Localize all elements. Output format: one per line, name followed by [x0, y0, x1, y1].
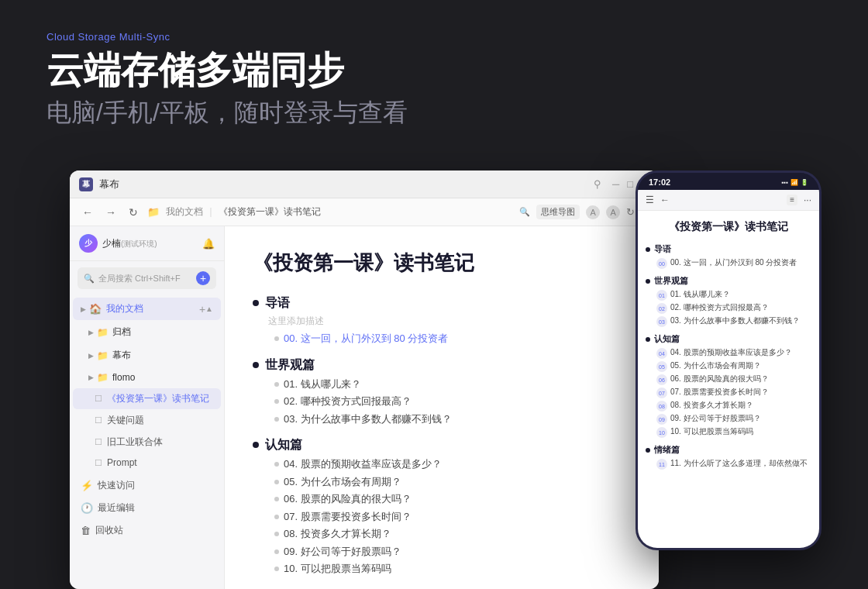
- search-placeholder-text: 全局搜索 Ctrl+Shift+F: [98, 273, 192, 284]
- phone-item-text: 11. 为什么听了这么多道理，却依然做不: [670, 458, 808, 469]
- phone-item-text: 06. 股票的风险真的很大吗？: [670, 374, 769, 384]
- doc-icon: ☐: [95, 415, 102, 425]
- sidebar-item-prompt[interactable]: ☐ Prompt: [73, 453, 221, 472]
- phone-item-text: 01. 钱从哪儿来？: [670, 289, 730, 300]
- phone-sub-icon: 07: [656, 388, 667, 398]
- minimize-button[interactable]: ─: [612, 178, 619, 190]
- quick-access-label: 快速访问: [98, 479, 135, 492]
- phone-nav-right: ≡ ···: [787, 195, 811, 205]
- phone-list-item: 10 10. 可以把股票当筹码吗: [656, 426, 811, 438]
- phone-time: 17:02: [649, 177, 670, 187]
- phone-back-icon[interactable]: ←: [660, 195, 670, 205]
- sub-bullet-icon: [274, 417, 279, 422]
- recent-icon: 🕐: [81, 502, 93, 514]
- list-item: 10. 可以把股票当筹码吗: [268, 561, 631, 577]
- phone-section-label: 认知篇: [654, 333, 680, 345]
- list-item: 02. 哪种投资方式回报最高？: [268, 394, 631, 409]
- arrow-icon: ▶: [88, 374, 94, 381]
- section-label: 认知篇: [265, 437, 302, 453]
- phone-item-text: 04. 股票的预期收益率应该是多少？: [670, 347, 792, 358]
- phone-section-label: 导语: [654, 243, 671, 255]
- list-item: 03. 为什么故事中多数人都赚不到钱？: [268, 412, 631, 427]
- sub-bullet-icon: [274, 336, 279, 341]
- collapse-icon[interactable]: ▲: [205, 305, 213, 313]
- breadcrumb: 我的文档 ｜ 《投资第一课》读书笔记: [166, 205, 321, 219]
- list-item: 08. 投资多久才算长期？: [268, 526, 631, 542]
- add-doc-icon[interactable]: +: [199, 303, 205, 315]
- path-mydocs[interactable]: 我的文档: [166, 205, 203, 219]
- sidebar-item-industrial[interactable]: ☐ 旧工业联合体: [73, 432, 221, 453]
- mindmap-btn[interactable]: 思维导图: [536, 205, 580, 219]
- phone-list-item: 09 09. 好公司等于好股票吗？: [656, 413, 811, 425]
- refresh-button[interactable]: ↻: [126, 205, 141, 220]
- list-item: 06. 股票的风险真的很大吗？: [268, 491, 631, 507]
- item-text: 00. 这一回，从门外汉到 80 分投资者: [284, 331, 448, 346]
- section-items: 00. 这一回，从门外汉到 80 分投资者: [268, 331, 631, 346]
- sub-bullet-icon: [274, 399, 279, 404]
- phone-sub-icon: 03: [656, 316, 667, 327]
- phone-mindmap-icon[interactable]: ≡: [787, 195, 797, 205]
- share-user-icon[interactable]: A: [586, 205, 600, 219]
- quick-access-icon: ⚡: [81, 480, 93, 491]
- doc-section-worldview: 世界观篇 01. 钱从哪儿来？ 02. 哪种投资方式回报最高？ 03. 为什么故…: [253, 357, 631, 427]
- app-title: 幕布: [99, 177, 594, 191]
- pin-icon[interactable]: ⚲: [594, 178, 601, 190]
- phone-bullet-icon: [646, 448, 650, 453]
- phone-list-item: 03 03. 为什么故事中多数人都赚不到钱？: [656, 315, 811, 327]
- back-button[interactable]: ←: [79, 205, 96, 220]
- list-item: 05. 为什么市场会有周期？: [268, 474, 631, 490]
- arrow-icon: ▶: [81, 305, 86, 313]
- phone-sub-icon: 11: [656, 459, 667, 470]
- phone-section-header: 世界观篇: [646, 275, 811, 287]
- sync-icon[interactable]: ↻: [626, 206, 635, 218]
- phone-sub-icon: 00: [656, 258, 667, 269]
- add-description-hint[interactable]: 这里添加描述: [268, 315, 631, 328]
- notification-bell-icon[interactable]: 🔔: [202, 238, 215, 250]
- share-user-icon2[interactable]: A: [606, 205, 620, 219]
- item-label: 《投资第一课》读书笔记: [107, 392, 209, 405]
- sidebar-item-mydocs[interactable]: ▶ 🏠 我的文档 + ▲: [73, 298, 221, 320]
- forward-button[interactable]: →: [102, 205, 119, 220]
- sidebar-item-key-questions[interactable]: ☐ 关键问题: [73, 410, 221, 431]
- mydocs-label: 我的文档: [106, 302, 199, 315]
- item-text: 04. 股票的预期收益率应该是多少？: [284, 456, 442, 472]
- phone-sub-icon: 09: [656, 414, 667, 425]
- phone-statusbar: 17:02 ▪▪▪ 📶 🔋: [638, 173, 819, 190]
- list-item: 07. 股票需要投资多长时间？: [268, 509, 631, 525]
- add-button[interactable]: +: [196, 271, 210, 285]
- phone-status-icons: ▪▪▪ 📶 🔋: [781, 179, 808, 186]
- maximize-button[interactable]: □: [627, 178, 633, 190]
- doc-icon: ☐: [95, 437, 102, 447]
- phone-section-label: 情绪篇: [654, 444, 680, 456]
- doc-icon: ☐: [95, 458, 102, 468]
- phone-more-icon[interactable]: ···: [804, 195, 811, 205]
- phone-list-item: 00 00. 这一回，从门外汉到 80 分投资者: [656, 257, 811, 269]
- phone-sub-icon: 02: [656, 303, 667, 314]
- item-text: 09. 好公司等于好股票吗？: [284, 544, 401, 560]
- mubu-label: 幕布: [112, 349, 213, 362]
- sidebar-item-mubu[interactable]: ▶ 📁 幕布: [73, 344, 221, 367]
- sidebar-item-quick-access[interactable]: ⚡ 快速访问: [73, 475, 221, 496]
- item-label: 旧工业联合体: [107, 436, 163, 449]
- sidebar-item-flomo[interactable]: ▶ 📁 flomo: [73, 367, 221, 388]
- phone-item-text: 00. 这一回，从门外汉到 80 分投资者: [670, 257, 797, 268]
- sidebar-item-archive[interactable]: ▶ 📁 归档: [73, 321, 221, 343]
- sidebar-item-recent[interactable]: 🕐 最近编辑: [73, 498, 221, 518]
- hero-title: 云端存储多端同步: [46, 50, 822, 91]
- sidebar-item-investment-notes[interactable]: ☐ 《投资第一课》读书笔记: [73, 388, 221, 409]
- phone-nav-left: ☰ ←: [646, 195, 670, 205]
- hero-subtitle: Cloud Storage Multi-Sync: [46, 31, 822, 43]
- phone-item-text: 05. 为什么市场会有周期？: [670, 360, 761, 371]
- sub-bullet-icon: [274, 549, 279, 554]
- doc-section-intro: 导语 这里添加描述 00. 这一回，从门外汉到 80 分投资者: [253, 295, 631, 346]
- toolbar-right-actions: 🔍 思维导图 A A ↻ ···: [519, 205, 649, 219]
- phone-item-text: 08. 投资多久才算长期？: [670, 400, 753, 411]
- phone-section-emotion: 情绪篇 11 11. 为什么听了这么多道理，却依然做不: [646, 444, 811, 470]
- search-bar[interactable]: 🔍 全局搜索 Ctrl+Shift+F +: [78, 267, 216, 289]
- signal-icon: 📶: [790, 179, 798, 186]
- section-header: 导语: [253, 295, 631, 312]
- phone-menu-icon[interactable]: ☰: [646, 195, 654, 205]
- arrow-icon: ▶: [88, 352, 94, 360]
- sidebar-item-trash[interactable]: 🗑 回收站: [73, 520, 221, 541]
- filter-icon[interactable]: 🔍: [519, 207, 530, 217]
